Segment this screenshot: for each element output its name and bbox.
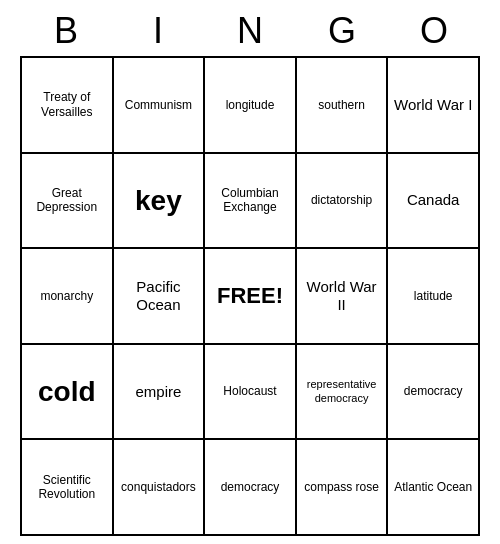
- header-i: I: [112, 10, 204, 52]
- bingo-cell-13: World War II: [296, 248, 388, 344]
- bingo-cell-14: latitude: [387, 248, 479, 344]
- header-b: B: [20, 10, 112, 52]
- bingo-cell-6: key: [113, 153, 205, 249]
- bingo-cell-5: Great Depression: [21, 153, 113, 249]
- bingo-cell-19: democracy: [387, 344, 479, 440]
- bingo-cell-4: World War I: [387, 57, 479, 153]
- bingo-cell-16: empire: [113, 344, 205, 440]
- bingo-cell-22: democracy: [204, 439, 296, 535]
- bingo-cell-23: compass rose: [296, 439, 388, 535]
- header-g: G: [296, 10, 388, 52]
- bingo-cell-8: dictatorship: [296, 153, 388, 249]
- bingo-cell-24: Atlantic Ocean: [387, 439, 479, 535]
- header-n: N: [204, 10, 296, 52]
- bingo-cell-1: Communism: [113, 57, 205, 153]
- bingo-cell-12: FREE!: [204, 248, 296, 344]
- bingo-cell-21: conquistadors: [113, 439, 205, 535]
- bingo-grid: Treaty of VersaillesCommunismlongitudeso…: [20, 56, 480, 536]
- bingo-cell-11: Pacific Ocean: [113, 248, 205, 344]
- bingo-cell-7: Columbian Exchange: [204, 153, 296, 249]
- bingo-cell-9: Canada: [387, 153, 479, 249]
- bingo-cell-20: Scientific Revolution: [21, 439, 113, 535]
- bingo-cell-10: monarchy: [21, 248, 113, 344]
- bingo-cell-17: Holocaust: [204, 344, 296, 440]
- header-o: O: [388, 10, 480, 52]
- bingo-header: B I N G O: [20, 10, 480, 52]
- bingo-cell-3: southern: [296, 57, 388, 153]
- bingo-cell-15: cold: [21, 344, 113, 440]
- bingo-cell-0: Treaty of Versailles: [21, 57, 113, 153]
- bingo-cell-2: longitude: [204, 57, 296, 153]
- bingo-cell-18: representative democracy: [296, 344, 388, 440]
